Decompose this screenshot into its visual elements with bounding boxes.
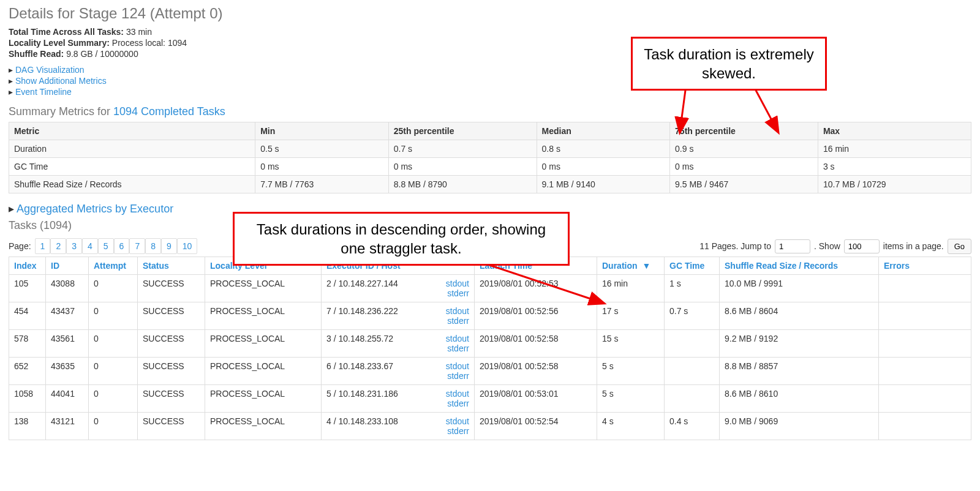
cell: 0 xyxy=(89,302,138,330)
show-count-input[interactable] xyxy=(844,239,880,253)
tasks-header[interactable]: ID xyxy=(46,257,89,275)
cell xyxy=(665,330,720,358)
page-number[interactable]: 2 xyxy=(50,238,66,254)
items-label: items in a page. xyxy=(883,241,944,251)
tasks-header[interactable]: Shuffle Read Size / Records xyxy=(720,257,879,275)
stdout-link[interactable]: stdout xyxy=(446,389,469,399)
cell: GC Time xyxy=(9,158,255,176)
cell: 0 ms xyxy=(255,158,389,176)
table-row: 578435610SUCCESSPROCESS_LOCAL3 / 10.148.… xyxy=(9,330,971,358)
stderr-link[interactable]: stderr xyxy=(446,288,469,298)
cell xyxy=(879,413,971,440)
caret-right-icon: ▸ xyxy=(9,203,17,215)
page-number[interactable]: 4 xyxy=(82,238,98,254)
stdout-link[interactable]: stdout xyxy=(446,361,469,371)
caret-right-icon: ▸ xyxy=(9,87,13,97)
cell: 2019/08/01 00:52:58 xyxy=(475,358,597,385)
summary-title-link[interactable]: 1094 Completed Tasks xyxy=(113,105,225,118)
summary-header: Metric xyxy=(9,122,255,140)
tasks-header[interactable]: Status xyxy=(138,257,205,275)
cell: SUCCESS xyxy=(138,413,205,440)
cell: 8.6 MB / 8604 xyxy=(720,302,879,330)
sort-descending-icon: ▼ xyxy=(642,261,650,271)
tasks-header[interactable]: GC Time xyxy=(665,257,720,275)
cell: 454 xyxy=(9,302,46,330)
tasks-header[interactable]: Attempt xyxy=(89,257,138,275)
cell: SUCCESS xyxy=(138,358,205,385)
cell: 0 ms xyxy=(537,158,670,176)
cell: 8.6 MB / 8610 xyxy=(720,385,879,413)
event-timeline-link[interactable]: ▸Event Timeline xyxy=(9,87,971,97)
stdout-link[interactable]: stdout xyxy=(446,306,469,316)
cell: 9.2 MB / 9192 xyxy=(720,330,879,358)
page-title: Details for Stage 124 (Attempt 0) xyxy=(9,5,971,22)
dag-link-text[interactable]: DAG Visualization xyxy=(15,65,85,75)
event-timeline-link-text[interactable]: Event Timeline xyxy=(15,87,72,97)
tasks-header[interactable]: Duration ▼ xyxy=(597,257,665,275)
cell: PROCESS_LOCAL xyxy=(205,330,322,358)
cell: 4 s xyxy=(597,413,665,440)
page-number[interactable]: 6 xyxy=(114,238,130,254)
aggregated-metrics-link[interactable]: Aggregated Metrics by Executor xyxy=(17,203,173,215)
cell: 2019/08/01 00:53:01 xyxy=(475,385,597,413)
jump-to-input[interactable] xyxy=(775,239,810,253)
tasks-table: IndexIDAttemptStatusLocality LevelExecut… xyxy=(9,257,971,440)
tasks-header[interactable]: Errors xyxy=(879,257,971,275)
cell: 1058 xyxy=(9,385,46,413)
executor-cell: 4 / 10.148.233.108stdoutstderr xyxy=(322,413,475,440)
stderr-link[interactable]: stderr xyxy=(446,343,469,353)
cell: 43561 xyxy=(46,330,89,358)
stderr-link[interactable]: stderr xyxy=(446,316,469,326)
stderr-link[interactable]: stderr xyxy=(446,371,469,381)
locality-value: Process local: 1094 xyxy=(112,38,187,48)
cell: 44041 xyxy=(46,385,89,413)
executor-cell: 2 / 10.148.227.144stdoutstderr xyxy=(322,275,475,302)
cell: 5 s xyxy=(597,385,665,413)
page-number[interactable]: 10 xyxy=(177,238,198,254)
executor-cell: 3 / 10.148.255.72stdoutstderr xyxy=(322,330,475,358)
cell: 8.8 MB / 8790 xyxy=(388,176,537,193)
show-additional-metrics-link[interactable]: ▸Show Additional Metrics xyxy=(9,76,971,86)
tasks-header[interactable]: Index xyxy=(9,257,46,275)
stdout-link[interactable]: stdout xyxy=(446,334,469,343)
cell: 0 xyxy=(89,413,138,440)
page-number[interactable]: 8 xyxy=(145,238,161,254)
cell: Duration xyxy=(9,140,255,158)
cell: 43088 xyxy=(46,275,89,302)
stderr-link[interactable]: stderr xyxy=(446,426,469,436)
cell: PROCESS_LOCAL xyxy=(205,358,322,385)
page-number[interactable]: 1 xyxy=(35,238,51,254)
page-label: Page: xyxy=(9,241,31,251)
cell: 1 s xyxy=(665,275,720,302)
page-number[interactable]: 7 xyxy=(129,238,145,254)
cell: 10.7 MB / 10729 xyxy=(818,176,971,193)
table-row: 1058440410SUCCESSPROCESS_LOCAL5 / 10.148… xyxy=(9,385,971,413)
cell: 9.5 MB / 9467 xyxy=(670,176,818,193)
go-button[interactable]: Go xyxy=(948,239,971,254)
table-row: GC Time0 ms0 ms0 ms0 ms3 s xyxy=(9,158,971,176)
cell: 9.0 MB / 9069 xyxy=(720,413,879,440)
cell: 16 min xyxy=(818,140,971,158)
stderr-link[interactable]: stderr xyxy=(446,399,469,408)
cell: 2019/08/01 00:52:58 xyxy=(475,330,597,358)
cell: 0 ms xyxy=(388,158,537,176)
executor-cell: 5 / 10.148.231.186stdoutstderr xyxy=(322,385,475,413)
page-number[interactable]: 3 xyxy=(66,238,82,254)
cell: 0.7 s xyxy=(388,140,537,158)
dag-visualization-link[interactable]: ▸DAG Visualization xyxy=(9,65,971,75)
cell: 138 xyxy=(9,413,46,440)
cell: 9.1 MB / 9140 xyxy=(537,176,670,193)
cell xyxy=(879,302,971,330)
table-row: 105430880SUCCESSPROCESS_LOCAL2 / 10.148.… xyxy=(9,275,971,302)
cell xyxy=(879,330,971,358)
cell: 17 s xyxy=(597,302,665,330)
page-number[interactable]: 9 xyxy=(161,238,177,254)
stdout-link[interactable]: stdout xyxy=(446,279,469,288)
show-metrics-link-text[interactable]: Show Additional Metrics xyxy=(15,76,107,86)
stdout-link[interactable]: stdout xyxy=(446,416,469,426)
total-time-label: Total Time Across All Tasks: xyxy=(9,27,124,37)
cell: PROCESS_LOCAL xyxy=(205,302,322,330)
cell: 7.7 MB / 7763 xyxy=(255,176,389,193)
cell: SUCCESS xyxy=(138,385,205,413)
page-number[interactable]: 5 xyxy=(98,238,114,254)
